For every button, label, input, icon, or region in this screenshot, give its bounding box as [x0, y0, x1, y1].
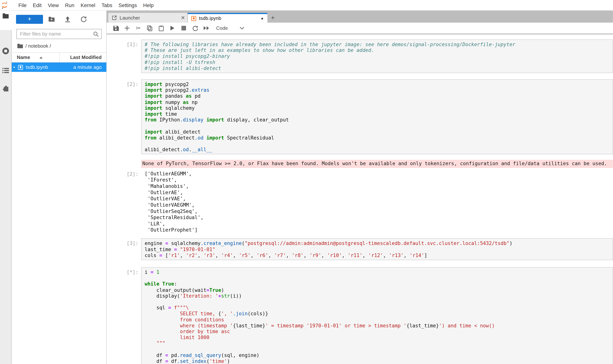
copy-cells-icon[interactable] [145, 24, 154, 32]
paste-cells-icon[interactable] [157, 24, 165, 32]
file-browser-toolbar: + [12, 14, 106, 24]
output-line: 'LLR', [145, 221, 613, 227]
code-line: import sqlalchemy [145, 105, 610, 111]
tab-label: tsdb.ipynb [199, 16, 261, 21]
code-line: SELECT time, {', '.join(cols)} [145, 311, 610, 317]
code-line: df = pd.read_sql_query(sql, engine) [145, 352, 610, 358]
breadcrumb-path: / notebook / [26, 43, 51, 49]
cell-editor[interactable]: # The following libraries have already b… [141, 39, 613, 73]
close-tab-icon[interactable]: ✕ [179, 15, 187, 21]
execute-result-output-area: [2]:['OutlierAEGMM', 'IForest', 'Mahalan… [117, 171, 613, 233]
column-header-last-modified[interactable]: Last Modified [59, 53, 106, 62]
cell-editor[interactable]: import psycopg2import psycopg2.extrasimp… [141, 79, 613, 154]
code-line: cols = ['r1', 'r2', 'r3', 'r4', 'r5', 'r… [145, 252, 610, 258]
launcher-icon [112, 15, 117, 20]
output-line: 'OutlierVAEGMM', [145, 202, 613, 208]
column-header-name[interactable]: Name [12, 55, 59, 60]
breadcrumb[interactable]: / notebook / [17, 43, 106, 49]
tab-tsdb-ipynb[interactable]: tsdb.ipynb ● [188, 13, 267, 23]
code-line: df = df.set_index('time') [145, 358, 610, 364]
code-line: engine = sqlalchemy.create_engine("postg… [145, 240, 610, 246]
save-icon[interactable] [111, 24, 120, 32]
code-line: while True: [145, 281, 610, 287]
cell-editor[interactable]: engine = sqlalchemy.create_engine("postg… [141, 238, 613, 260]
sort-ascending-icon [40, 56, 43, 58]
tab-launcher[interactable]: Launcher ✕ [108, 13, 188, 23]
code-line: import time [145, 111, 610, 117]
cell-editor[interactable]: i = 1 while True: clear_output(wait=True… [141, 267, 613, 364]
cut-cells-icon[interactable]: ✂ [134, 24, 143, 32]
restart-run-all-icon[interactable] [202, 24, 211, 32]
output-line: 'OutlierProphet'] [145, 227, 613, 233]
code-line: where (timestamp '{last_time}' = timesta… [145, 323, 610, 328]
execution-count: [1]: [117, 39, 141, 73]
code-line: alibi_detect.od.__all__ [145, 147, 610, 153]
output-text: ['OutlierAEGMM', 'IForest', 'Mahalanobis… [141, 171, 613, 233]
code-cell: [1]:# The following libraries have alrea… [117, 39, 613, 73]
code-line [145, 123, 610, 129]
new-folder-icon[interactable] [48, 16, 55, 22]
code-line: last_time = "1970-01-01" [145, 246, 610, 252]
new-launcher-button[interactable]: + [16, 15, 43, 24]
running-sessions-icon[interactable] [0, 47, 11, 55]
menu-run[interactable]: Run [62, 2, 77, 8]
code-line: display('Iteration: '+str(i)) [145, 293, 610, 299]
menu-tabs[interactable]: Tabs [98, 2, 115, 8]
code-line: clear_output(wait=True) [145, 287, 610, 293]
code-cell: [2]:import psycopg2import psycopg2.extra… [117, 79, 613, 154]
code-line: #!pip install -U tsfresh [145, 59, 610, 65]
menu-edit[interactable]: Edit [30, 2, 45, 8]
code-line: i = 1 [145, 269, 610, 275]
folder-icon [17, 43, 23, 48]
file-row-tsdb-ipynb[interactable]: • tsdb.ipynb a minute ago [12, 63, 106, 72]
file-browser-panel: + / note [12, 11, 107, 364]
extension-manager-icon[interactable] [0, 85, 11, 92]
output-line: 'SpectralResidual', [145, 214, 613, 221]
restart-kernel-icon[interactable] [191, 24, 199, 32]
notebook-toolbar: ✂ Code [107, 23, 613, 34]
code-line: sql = f"""\ [145, 305, 610, 311]
stop-kernel-icon[interactable] [179, 24, 188, 32]
upload-icon[interactable] [64, 16, 71, 22]
file-browser-icon[interactable] [0, 13, 11, 19]
new-tab-button[interactable]: + [267, 13, 278, 23]
execution-count: [*]: [117, 267, 141, 364]
code-line: """ [145, 340, 610, 346]
output-execution-count: [2]: [117, 171, 141, 233]
execution-count: [3]: [117, 238, 141, 260]
insert-cell-icon[interactable] [123, 24, 131, 32]
code-line [145, 346, 610, 352]
code-line: from IPython.display import display, cle… [145, 117, 610, 123]
code-line: # The following libraries have already b… [145, 41, 610, 47]
menu-settings[interactable]: Settings [115, 2, 140, 8]
chevron-down-icon[interactable] [240, 26, 244, 30]
code-line: import alibi_detect [145, 129, 610, 135]
tab-label: Launcher [120, 15, 179, 20]
output-prompt-empty [117, 160, 141, 168]
search-icon [93, 31, 99, 37]
code-line: import psycopg2.extras [145, 87, 610, 93]
refresh-icon[interactable] [81, 16, 87, 22]
notebook-icon [191, 16, 196, 21]
menu-view[interactable]: View [45, 2, 62, 8]
cell-type-select[interactable]: Code [216, 26, 228, 31]
menu-bar: File Edit View Run Kernel Tabs Settings … [0, 0, 613, 11]
stderr-output-area: None of PyTorch, TensorFlow >= 2.0, or F… [117, 160, 613, 168]
menu-file[interactable]: File [15, 2, 30, 8]
code-line: limit 1000 [145, 334, 610, 340]
code-line: import numpy as np [145, 99, 610, 105]
file-modified: a minute ago [73, 64, 106, 70]
output-line: 'OutlierVAE', [145, 196, 613, 202]
table-of-contents-icon[interactable] [0, 67, 11, 74]
code-line [145, 275, 610, 281]
notebook-cells: [1]:# The following libraries have alrea… [107, 34, 613, 364]
output-line: 'OutlierSeq2Seq', [145, 208, 613, 214]
menu-help[interactable]: Help [140, 2, 157, 8]
menu-items: File Edit View Run Kernel Tabs Settings … [15, 2, 157, 8]
output-line: 'OutlierAE', [145, 190, 613, 196]
menu-kernel[interactable]: Kernel [77, 2, 98, 8]
run-cell-icon[interactable] [168, 24, 177, 32]
output-line: ['OutlierAEGMM', [145, 171, 613, 177]
filter-files-input[interactable] [19, 31, 93, 37]
dock-tab-bar: Launcher ✕ tsdb.ipynb ● + [107, 11, 613, 23]
